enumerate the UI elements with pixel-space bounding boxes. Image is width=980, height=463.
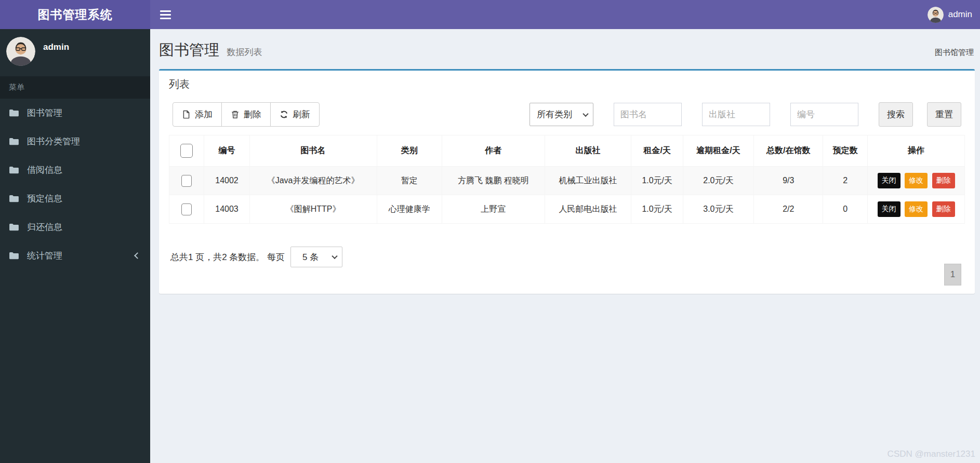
table-body: 14002 《Java并发编程的艺术》 暂定 方腾飞 魏鹏 程晓明 机械工业出版…: [169, 167, 965, 224]
header-reserved: 预定数: [823, 135, 868, 167]
header-stock: 总数/在馆数: [754, 135, 823, 167]
navbar-avatar: [928, 7, 944, 23]
cell-stock: 2/2: [754, 195, 823, 224]
row-checkbox[interactable]: [181, 175, 192, 187]
main-content: 图书管理 数据列表 图书馆管理 列表 添加: [150, 29, 980, 463]
cell-id: 14003: [204, 195, 249, 224]
books-table: 编号 图书名 类别 作者 出版社 租金/天 逾期租金/天 总数/在馆数 预定数 …: [169, 135, 965, 224]
cell-category: 心理健康学: [377, 195, 442, 224]
list-panel: 列表 添加 删除: [159, 69, 975, 294]
cell-rent: 1.0元/天: [631, 195, 683, 224]
sidebar-menu-item[interactable]: 图书管理: [0, 99, 150, 127]
delete-button[interactable]: 删除: [221, 102, 271, 127]
close-button[interactable]: 关闭: [878, 201, 900, 217]
cell-category: 暂定: [377, 167, 442, 195]
sidebar-user-panel: admin: [0, 29, 150, 76]
header-actions: 操作: [868, 135, 965, 167]
header-author: 作者: [442, 135, 545, 167]
category-select[interactable]: 所有类别: [529, 103, 593, 126]
header-category: 类别: [377, 135, 442, 167]
content-header: 图书管理 数据列表 图书馆管理: [150, 29, 980, 61]
navbar-user-menu[interactable]: admin: [928, 0, 972, 29]
cell-reserved: 0: [823, 195, 868, 224]
panel-title: 列表: [159, 71, 975, 96]
cell-reserved: 2: [823, 167, 868, 195]
cell-overdue-rent: 3.0元/天: [683, 195, 753, 224]
search-button[interactable]: 搜索: [879, 102, 913, 127]
sidebar-menu-item[interactable]: 预定信息: [0, 184, 150, 213]
crud-button-group: 添加 删除: [173, 102, 320, 127]
table-row: 14003 《图解HTTP》 心理健康学 上野宣 人民邮电出版社 1.0元/天 …: [169, 195, 965, 224]
sidebar-menu-item[interactable]: 归还信息: [0, 213, 150, 241]
folder-icon: [9, 166, 20, 174]
cell-publisher: 人民邮电出版社: [545, 195, 631, 224]
sidebar-menu-label: 预定信息: [27, 193, 62, 205]
pagination-summary: 总共1 页，共2 条数据。 每页: [170, 251, 285, 263]
edit-button[interactable]: 修改: [905, 173, 928, 188]
row-checkbox[interactable]: [181, 203, 192, 215]
table-row: 14002 《Java并发编程的艺术》 暂定 方腾飞 魏鹏 程晓明 机械工业出版…: [169, 167, 965, 195]
header-overdue-rent: 逾期租金/天: [683, 135, 753, 167]
reset-button[interactable]: 重置: [927, 102, 961, 127]
table-header-row: 编号 图书名 类别 作者 出版社 租金/天 逾期租金/天 总数/在馆数 预定数 …: [169, 135, 965, 167]
cell-author: 方腾飞 魏鹏 程晓明: [442, 167, 545, 195]
page-subtitle: 数据列表: [227, 47, 262, 57]
delete-row-button[interactable]: 删除: [932, 173, 955, 188]
refresh-button[interactable]: 刷新: [270, 102, 320, 127]
cell-book-name: 《图解HTTP》: [249, 195, 377, 224]
sidebar: 图书管理系统 admin 菜单 图书管理 图书分类管理 借阅信息 预定信息: [0, 0, 150, 463]
header-book-name: 图书名: [249, 135, 377, 167]
top-navbar: admin: [150, 0, 980, 29]
sidebar-menu-header: 菜单: [0, 76, 150, 99]
table-footer: 总共1 页，共2 条数据。 每页 5 条: [169, 247, 965, 267]
book-name-input[interactable]: [614, 103, 682, 126]
panel-body: 添加 删除: [159, 96, 975, 275]
cell-overdue-rent: 2.0元/天: [683, 167, 753, 195]
user-avatar: [6, 37, 35, 66]
add-button[interactable]: 添加: [173, 102, 222, 127]
toolbar: 添加 删除: [173, 102, 961, 127]
cell-id: 14002: [204, 167, 249, 195]
folder-icon: [9, 223, 20, 232]
app-title: 图书管理系统: [38, 7, 113, 23]
sidebar-menu-label: 借阅信息: [27, 164, 62, 176]
sidebar-menu-item[interactable]: 统计管理: [0, 241, 150, 270]
navbar-username: admin: [948, 9, 972, 20]
folder-icon: [9, 251, 20, 260]
cell-book-name: 《Java并发编程的艺术》: [249, 167, 377, 195]
cell-author: 上野宣: [442, 195, 545, 224]
sidebar-toggle-button[interactable]: [150, 0, 180, 29]
cell-publisher: 机械工业出版社: [545, 167, 631, 195]
page-button[interactable]: 1: [944, 264, 961, 285]
book-id-input[interactable]: [790, 103, 858, 126]
watermark: CSDN @manster1231: [888, 449, 975, 459]
file-icon: [182, 110, 191, 119]
folder-icon: [9, 137, 20, 146]
page-size-select[interactable]: 5 条: [290, 247, 342, 267]
sidebar-menu: 图书管理 图书分类管理 借阅信息 预定信息 归还信息 统计管理: [0, 99, 150, 270]
sidebar-menu-label: 统计管理: [27, 250, 62, 262]
refresh-icon: [280, 110, 288, 119]
breadcrumb[interactable]: 图书馆管理: [935, 48, 974, 58]
page-title: 图书管理: [159, 42, 219, 58]
app-logo[interactable]: 图书管理系统: [0, 0, 150, 29]
edit-button[interactable]: 修改: [905, 201, 928, 217]
delete-row-button[interactable]: 删除: [932, 201, 955, 217]
trash-icon: [231, 110, 240, 119]
header-publisher: 出版社: [545, 135, 631, 167]
pagination: 1: [944, 264, 961, 285]
sidebar-menu-item[interactable]: 图书分类管理: [0, 127, 150, 156]
close-button[interactable]: 关闭: [878, 173, 900, 188]
sidebar-menu-label: 图书管理: [27, 107, 62, 119]
publisher-input[interactable]: [702, 103, 770, 126]
cell-stock: 9/3: [754, 167, 823, 195]
header-rent: 租金/天: [631, 135, 683, 167]
header-id: 编号: [204, 135, 249, 167]
chevron-left-icon: [134, 252, 141, 259]
select-all-checkbox[interactable]: [180, 144, 193, 158]
sidebar-menu-item[interactable]: 借阅信息: [0, 156, 150, 184]
hamburger-icon: [160, 10, 171, 12]
folder-icon: [9, 194, 20, 203]
sidebar-menu-label: 图书分类管理: [27, 135, 80, 147]
folder-icon: [9, 108, 20, 117]
